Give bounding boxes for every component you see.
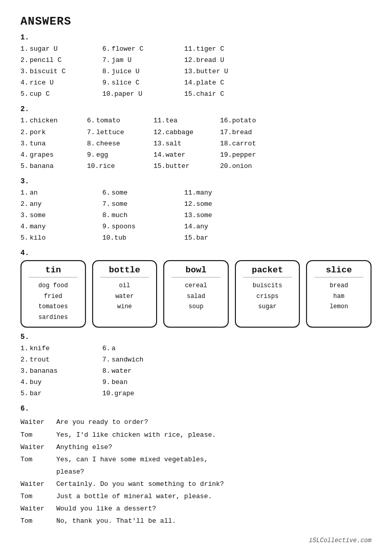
list-item: 13.some <box>184 210 266 221</box>
list-item: 5.bar <box>20 388 102 399</box>
list-item: 8.water <box>102 366 184 377</box>
row-text: pepper <box>232 150 256 161</box>
row-text: sugar U <box>30 44 58 55</box>
list-item: 3.biscuit C <box>20 66 102 77</box>
list-item: 10.paper U <box>102 89 184 100</box>
list-item: 11.tea <box>154 115 220 126</box>
row-text: salt <box>165 138 181 150</box>
row-text: potato <box>232 115 256 126</box>
list-item: 14.water <box>154 150 220 161</box>
speaker: Tom <box>20 516 56 527</box>
list-item: 10.rice <box>87 161 154 172</box>
row-num: 10. <box>102 89 114 100</box>
row-num: 20. <box>220 161 232 172</box>
list-item: 11.tiger C <box>184 44 266 55</box>
dialogue-row: TomNo, thank you. That'll be all. <box>20 516 372 527</box>
list-item: 13.butter U <box>184 66 266 77</box>
box-item: bread <box>314 281 363 291</box>
dialogue-row: TomJust a bottle of mineral water, pleas… <box>20 491 372 502</box>
row-text: pork <box>30 127 46 138</box>
list-item: 1.sugar U <box>20 44 102 55</box>
row-text: chicken <box>30 115 58 126</box>
list-item: 5.cup C <box>20 89 102 100</box>
section6-label: 6. <box>20 404 372 413</box>
section2-grid: 1.chicken2.pork3.tuna4.grapes5.banana6.t… <box>20 115 372 172</box>
list-item: 15.chair C <box>184 89 266 100</box>
row-text: lettuce <box>96 127 124 138</box>
row-num: 2. <box>20 55 30 66</box>
row-num: 18. <box>220 138 232 150</box>
list-item: 12.cabbage <box>154 127 220 138</box>
row-text: water <box>112 366 132 377</box>
row-text: banana <box>30 161 54 172</box>
row-num: 9. <box>102 221 112 232</box>
row-text: some <box>30 210 46 221</box>
dialogue-row: WaiterAre you ready to order? <box>20 417 372 428</box>
row-num: 8. <box>102 366 112 377</box>
list-item: 16.potato <box>220 115 287 126</box>
list-item: 8.cheese <box>87 138 154 150</box>
row-num: 5. <box>20 232 30 244</box>
row-num: 2. <box>20 354 30 366</box>
box-title: tin <box>29 265 78 278</box>
list-item: 14.plate C <box>184 77 266 89</box>
row-num: 2. <box>20 127 30 138</box>
list-item: 5.kilo <box>20 232 102 244</box>
speech: Yes, can I have some mixed vegetables, <box>56 454 372 465</box>
row-num: 6. <box>102 343 112 354</box>
row-text: bananas <box>30 366 58 377</box>
section3-grid: 1.an2.any3.some4.many5.kilo6.some7.some8… <box>20 187 372 244</box>
list-item: 1.knife <box>20 343 102 354</box>
row-num: 4. <box>20 150 30 161</box>
row-num: 11. <box>184 44 196 55</box>
row-text: carrot <box>232 138 256 150</box>
row-num: 10. <box>102 232 114 244</box>
speaker <box>20 466 56 478</box>
row-num: 3. <box>20 66 30 77</box>
row-num: 3. <box>20 210 30 221</box>
list-item: 20.onion <box>220 161 287 172</box>
dialogue-row: WaiterCertainly. Do you want something t… <box>20 479 372 490</box>
row-num: 13. <box>184 66 196 77</box>
list-item: 6.a <box>102 343 184 354</box>
row-num: 15. <box>154 161 165 172</box>
box-item: dog food <box>29 281 78 291</box>
list-item: 2.trout <box>20 354 102 366</box>
container-box: tindog foodfried tomatoessardines <box>20 260 86 328</box>
row-num: 12. <box>184 55 196 66</box>
box-item: water <box>100 291 149 302</box>
speech: Certainly. Do you want something to drin… <box>56 479 372 490</box>
footer: iSLCollective.com <box>20 537 372 544</box>
row-text: tuna <box>30 138 46 150</box>
box-title: slice <box>314 265 363 278</box>
row-text: any <box>196 221 208 232</box>
speaker: Tom <box>20 454 56 465</box>
list-item: 6.flower C <box>102 44 184 55</box>
box-item: cereal <box>171 281 221 291</box>
box-title: bowl <box>171 265 221 278</box>
row-text: an <box>30 187 38 199</box>
row-text: onion <box>232 161 252 172</box>
row-num: 13. <box>184 210 196 221</box>
row-num: 4. <box>20 221 30 232</box>
list-item: 11.many <box>184 187 266 199</box>
row-num: 6. <box>87 115 96 126</box>
row-text: water <box>165 150 185 161</box>
row-num: 10. <box>87 161 99 172</box>
row-num: 11. <box>184 187 196 199</box>
row-text: cup C <box>30 89 50 100</box>
dialogue-row: WaiterAnything else? <box>20 442 372 453</box>
row-num: 8. <box>102 66 112 77</box>
row-text: juice U <box>112 66 140 77</box>
row-text: grape <box>114 388 134 399</box>
list-item: 9.spoons <box>102 221 184 232</box>
row-text: bread <box>232 127 252 138</box>
list-item: 3.some <box>20 210 102 221</box>
row-text: egg <box>96 150 108 161</box>
speaker: Tom <box>20 491 56 502</box>
row-num: 3. <box>20 366 30 377</box>
list-item: 8.much <box>102 210 184 221</box>
row-num: 6. <box>102 187 112 199</box>
box-item: soup <box>171 302 221 312</box>
list-item: 12.bread U <box>184 55 266 66</box>
